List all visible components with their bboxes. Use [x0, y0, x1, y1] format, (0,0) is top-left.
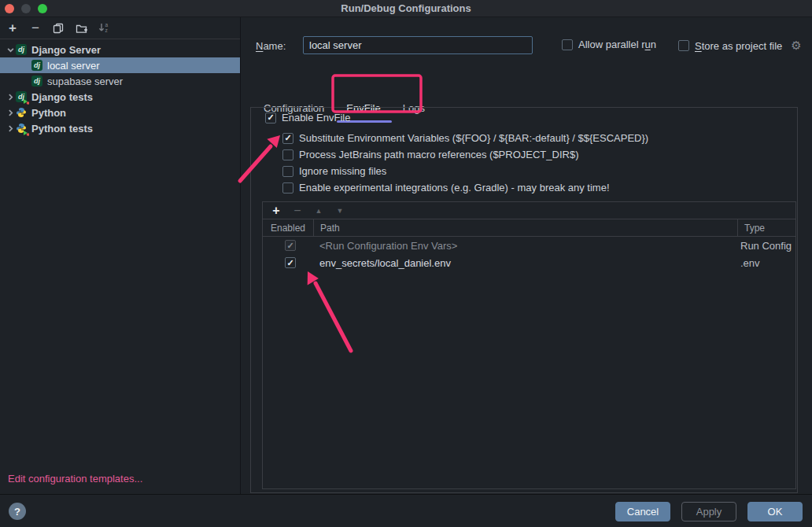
name-label: Name:	[256, 40, 286, 52]
add-env-file-icon[interactable]: +	[271, 204, 282, 218]
table-row[interactable]: <Run Configuration Env Vars> Run Config	[263, 237, 795, 254]
configuration-editor: Name: Allow parallel run Store as projec…	[242, 17, 812, 494]
tree-item-label: local server	[47, 60, 99, 72]
tree-item-python-tests[interactable]: Python tests	[0, 120, 240, 136]
edit-configuration-templates-link[interactable]: Edit configuration templates...	[8, 473, 142, 485]
checkbox-label: Process JetBrains path macro references …	[299, 149, 578, 160]
row-path: <Run Configuration Env Vars>	[313, 240, 737, 252]
enable-envfile-checkbox[interactable]: Enable EnvFile	[265, 112, 350, 123]
tree-item-django-server[interactable]: dj Django Server	[0, 42, 240, 57]
python-tests-icon	[16, 123, 28, 135]
row-type: Run Config	[737, 240, 795, 252]
title-bar: Run/Debug Configurations	[0, 0, 812, 17]
env-files-table: + − ▲ ▼ Enabled Path Type <Run Configura…	[262, 201, 796, 489]
row-enabled-checkbox	[285, 240, 296, 251]
chevron-right-icon[interactable]	[5, 125, 16, 132]
checkbox-box[interactable]	[282, 166, 293, 177]
substitute-env-variables-checkbox[interactable]: Substitute Environment Variables (${FOO}…	[282, 132, 648, 144]
table-row[interactable]: env_secrets/local_daniel.env .env	[263, 254, 795, 271]
tree-item-label: Python tests	[31, 123, 93, 135]
experimental-integrations-checkbox[interactable]: Enable experimental integrations (e.g. G…	[282, 182, 610, 193]
row-enabled-checkbox[interactable]	[285, 257, 296, 268]
svg-text:a: a	[105, 22, 109, 28]
checkbox-box[interactable]	[562, 39, 573, 50]
remove-configuration-icon[interactable]: −	[29, 22, 42, 35]
chevron-down-icon[interactable]	[5, 46, 16, 53]
column-header-type[interactable]: Type	[737, 219, 795, 237]
svg-text:z: z	[105, 28, 108, 33]
django-tests-icon: dj	[16, 91, 28, 103]
checkbox-box[interactable]	[678, 40, 689, 51]
checkbox-box[interactable]	[282, 182, 293, 193]
process-path-macro-checkbox[interactable]: Process JetBrains path macro references …	[282, 149, 578, 160]
add-configuration-icon[interactable]: +	[6, 22, 19, 35]
tree-item-django-tests[interactable]: dj Django tests	[0, 89, 240, 105]
sort-configurations-icon[interactable]: az	[98, 22, 110, 35]
remove-env-file-icon[interactable]: −	[292, 204, 303, 218]
checkbox-label: Store as project file	[695, 40, 782, 52]
name-input[interactable]	[303, 36, 533, 54]
configurations-sidebar: + − az dj Django Server dj local server …	[0, 17, 241, 494]
checkbox-box[interactable]	[282, 149, 293, 160]
django-icon: dj	[31, 76, 43, 87]
chevron-right-icon[interactable]	[5, 94, 16, 101]
checkbox-label: Enable experimental integrations (e.g. G…	[299, 182, 610, 193]
ok-button[interactable]: OK	[747, 502, 803, 521]
sidebar-toolbar: + − az	[0, 17, 240, 39]
row-type: .env	[737, 257, 795, 269]
configurations-tree: dj Django Server dj local server dj supa…	[0, 39, 240, 136]
checkbox-label: Allow parallel run	[578, 39, 656, 50]
tree-item-python[interactable]: Python	[0, 105, 240, 120]
tree-item-label: supabase server	[47, 76, 123, 87]
checkbox-label: Substitute Environment Variables (${FOO}…	[299, 132, 648, 144]
column-header-path[interactable]: Path	[313, 219, 737, 237]
tree-item-supabase-server[interactable]: dj supabase server	[0, 73, 240, 89]
checkbox-label: Enable EnvFile	[282, 112, 350, 123]
window-title: Run/Debug Configurations	[0, 2, 812, 14]
python-icon	[16, 107, 28, 119]
allow-parallel-run-checkbox[interactable]: Allow parallel run	[562, 39, 656, 50]
tree-item-label: Django tests	[31, 91, 93, 103]
column-header-enabled[interactable]: Enabled	[263, 219, 313, 237]
env-table-toolbar: + − ▲ ▼	[263, 202, 795, 219]
chevron-right-icon[interactable]	[5, 109, 16, 116]
move-down-icon[interactable]: ▼	[334, 207, 345, 215]
env-table-header: Enabled Path Type	[263, 219, 795, 237]
cancel-button[interactable]: Cancel	[615, 502, 670, 521]
store-as-project-file-checkbox[interactable]: Store as project file ⚙	[678, 39, 802, 53]
tree-item-label: Python	[31, 107, 66, 119]
django-icon: dj	[31, 60, 43, 72]
row-path[interactable]: env_secrets/local_daniel.env	[313, 257, 737, 269]
django-icon: dj	[16, 44, 28, 56]
help-button[interactable]: ?	[9, 503, 26, 520]
apply-button[interactable]: Apply	[681, 502, 736, 521]
copy-configuration-icon[interactable]	[52, 22, 65, 35]
checkbox-box[interactable]	[265, 112, 276, 123]
ignore-missing-files-checkbox[interactable]: Ignore missing files	[282, 165, 386, 177]
envfile-tab-panel: Enable EnvFile Substitute Environment Va…	[250, 107, 798, 493]
tree-item-local-server[interactable]: dj local server	[0, 57, 240, 73]
gear-icon[interactable]: ⚙	[791, 39, 801, 53]
tree-item-label: Django Server	[31, 44, 101, 56]
run-debug-configurations-dialog: { "window": { "title": "Run/Debug Config…	[0, 0, 812, 527]
checkbox-box[interactable]	[282, 133, 293, 144]
move-up-icon[interactable]: ▲	[313, 207, 324, 215]
checkbox-label: Ignore missing files	[299, 165, 386, 177]
dialog-footer: ? Cancel Apply OK	[0, 494, 812, 527]
new-folder-icon[interactable]	[75, 22, 87, 35]
